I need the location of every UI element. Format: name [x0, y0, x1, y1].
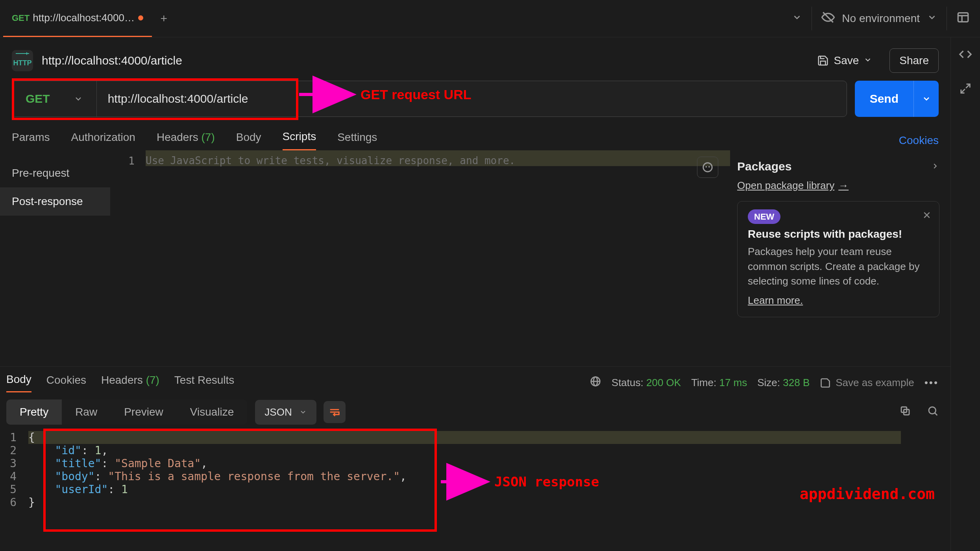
tab-method: GET — [12, 13, 30, 23]
expand-icon[interactable] — [960, 83, 971, 97]
environment-label[interactable]: No environment — [842, 12, 920, 25]
cookies-link[interactable]: Cookies — [899, 134, 939, 147]
learn-more-link[interactable]: Learn more. — [748, 294, 803, 307]
format-label: JSON — [264, 406, 292, 418]
svg-point-7 — [708, 166, 710, 168]
chevron-down-icon — [74, 94, 83, 104]
save-example-label: Save as example — [836, 377, 914, 389]
request-title: http://localhost:4000/article — [42, 54, 182, 67]
globe-icon[interactable] — [590, 375, 601, 390]
copy-icon[interactable] — [899, 405, 911, 420]
request-tab[interactable]: GET http://localhost:4000/ai — [3, 0, 152, 37]
divider — [812, 7, 812, 30]
time-label: Time: 17 ms — [691, 377, 747, 389]
close-icon[interactable]: ✕ — [923, 209, 931, 222]
save-as-example-button[interactable]: Save as example — [820, 377, 914, 389]
new-badge: NEW — [748, 209, 780, 224]
response-controls: Pretty Raw Preview Visualize JSON — [0, 392, 950, 429]
tab-bar: GET http://localhost:4000/ai + No enviro… — [0, 0, 980, 37]
res-tab-test-results[interactable]: Test Results — [174, 374, 235, 392]
more-icon[interactable]: ••• — [925, 377, 939, 389]
svg-point-5 — [703, 163, 712, 172]
code-icon[interactable] — [959, 48, 972, 64]
open-package-library-label: Open package library — [737, 179, 834, 192]
tab-body[interactable]: Body — [236, 131, 261, 150]
env-quicklook-icon[interactable] — [956, 11, 970, 27]
save-label: Save — [834, 54, 859, 67]
divider — [947, 7, 947, 30]
tab-headers[interactable]: Headers (7) — [157, 131, 215, 150]
tab-overflow-chevron-icon[interactable] — [792, 12, 802, 25]
sidebar-item-pre-request[interactable]: Pre-request — [0, 159, 110, 187]
watermark: appdividend.com — [800, 485, 935, 503]
view-visualize[interactable]: Visualize — [177, 399, 248, 425]
scripts-sidebar: Pre-request Post-response — [0, 150, 110, 366]
format-select[interactable]: JSON — [255, 400, 316, 425]
postbot-button[interactable] — [697, 157, 718, 178]
share-button[interactable]: Share — [889, 48, 939, 73]
view-pretty[interactable]: Pretty — [6, 399, 62, 425]
url-box: GET — [12, 81, 847, 117]
editor-line-number: 1 — [110, 150, 146, 167]
editor-placeholder: Use JavaScript to write tests, visualize… — [146, 150, 730, 166]
wrap-lines-button[interactable] — [324, 401, 346, 423]
packages-card: NEW ✕ Reuse scripts with packages! Packa… — [737, 201, 939, 317]
request-title-row: HTTP http://localhost:4000/article Save … — [0, 37, 950, 81]
svg-line-16 — [935, 413, 937, 415]
open-package-library-link[interactable]: Open package library → — [737, 179, 849, 192]
size-label: Size: 328 B — [757, 377, 810, 389]
response-tabs: Body Cookies Headers (7) Test Results St… — [0, 367, 950, 392]
http-icon: HTTP — [12, 50, 33, 71]
packages-title: Packages — [737, 160, 791, 173]
card-title: Reuse scripts with packages! — [748, 228, 929, 240]
svg-point-6 — [705, 166, 707, 168]
res-tab-body[interactable]: Body — [6, 373, 31, 392]
tab-headers-count: (7) — [202, 131, 215, 143]
svg-rect-1 — [958, 13, 968, 22]
svg-point-15 — [929, 407, 936, 414]
right-sidebar — [950, 37, 980, 551]
tab-scripts[interactable]: Scripts — [283, 130, 316, 150]
status-label: Status: 200 OK — [612, 377, 681, 389]
sidebar-item-post-response[interactable]: Post-response — [0, 187, 110, 216]
svg-line-18 — [966, 84, 970, 88]
view-raw[interactable]: Raw — [62, 399, 111, 425]
env-eye-off-icon[interactable] — [821, 11, 835, 27]
url-input[interactable] — [97, 92, 847, 105]
res-tab-headers-count: (7) — [146, 374, 159, 386]
save-button[interactable]: Save — [808, 49, 882, 72]
share-label: Share — [899, 54, 929, 67]
method-value: GET — [26, 92, 50, 105]
send-label: Send — [855, 92, 913, 105]
res-tab-headers[interactable]: Headers (7) — [101, 374, 159, 392]
method-select[interactable]: GET — [12, 81, 97, 116]
tab-authorization[interactable]: Authorization — [71, 131, 135, 150]
tab-headers-label: Headers — [157, 131, 198, 143]
script-editor[interactable]: 1 Use JavaScript to write tests, visuali… — [110, 150, 730, 366]
tab-settings[interactable]: Settings — [337, 131, 377, 150]
unsaved-dot-icon — [138, 15, 143, 20]
chevron-right-icon[interactable] — [931, 160, 939, 173]
svg-line-19 — [961, 89, 965, 93]
res-tab-headers-label: Headers — [101, 374, 143, 386]
tab-params[interactable]: Params — [12, 131, 50, 150]
request-tabs: Params Authorization Headers (7) Body Sc… — [0, 123, 950, 150]
search-icon[interactable] — [927, 405, 939, 420]
card-body: Packages help your team reuse common scr… — [748, 244, 929, 289]
send-chevron-icon[interactable] — [913, 81, 939, 117]
view-preview[interactable]: Preview — [111, 399, 177, 425]
tab-title: http://localhost:4000/ai — [33, 12, 135, 24]
env-chevron-icon[interactable] — [927, 12, 937, 25]
view-mode-group: Pretty Raw Preview Visualize — [6, 399, 247, 425]
res-tab-cookies[interactable]: Cookies — [46, 374, 86, 392]
save-chevron-icon[interactable] — [864, 54, 872, 67]
response-body[interactable]: 1{ 2 "id": 1, 3 "title": "Sample Data", … — [0, 429, 950, 509]
send-button[interactable]: Send — [855, 81, 939, 117]
packages-panel: Packages Open package library → NEW ✕ Re… — [730, 150, 950, 366]
new-tab-button[interactable]: + — [152, 12, 176, 25]
